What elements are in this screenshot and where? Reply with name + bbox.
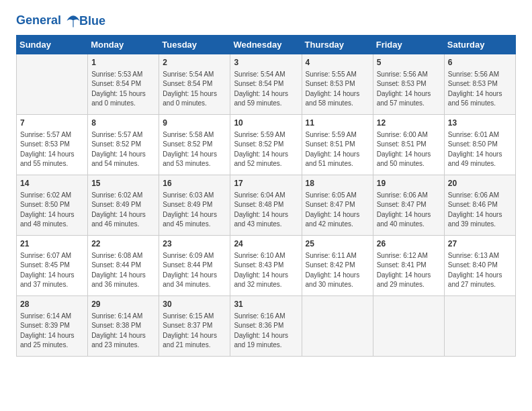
- calendar-cell: 15Sunrise: 6:02 AM Sunset: 8:49 PM Dayli…: [88, 175, 159, 236]
- day-info: Sunrise: 5:58 AM Sunset: 8:52 PM Dayligh…: [163, 130, 226, 169]
- day-info: Sunrise: 6:03 AM Sunset: 8:49 PM Dayligh…: [163, 191, 226, 230]
- day-info: Sunrise: 5:59 AM Sunset: 8:51 PM Dayligh…: [306, 130, 369, 169]
- day-info: Sunrise: 5:56 AM Sunset: 8:53 PM Dayligh…: [448, 70, 512, 109]
- day-info: Sunrise: 6:16 AM Sunset: 8:36 PM Dayligh…: [234, 312, 298, 351]
- day-number: 2: [163, 57, 226, 68]
- logo: General Blue: [16, 13, 105, 28]
- day-number: 30: [163, 299, 226, 310]
- calendar-cell: 26Sunrise: 6:12 AM Sunset: 8:41 PM Dayli…: [373, 236, 444, 296]
- calendar-cell: 17Sunrise: 6:04 AM Sunset: 8:48 PM Dayli…: [230, 175, 302, 236]
- calendar-cell: 28Sunrise: 6:14 AM Sunset: 8:39 PM Dayli…: [17, 296, 88, 357]
- calendar-week-row: 1Sunrise: 5:53 AM Sunset: 8:54 PM Daylig…: [17, 54, 516, 115]
- day-number: 11: [306, 118, 369, 129]
- day-number: 16: [163, 178, 226, 189]
- calendar-cell: 8Sunrise: 5:57 AM Sunset: 8:52 PM Daylig…: [88, 115, 159, 175]
- day-number: 1: [91, 57, 155, 68]
- calendar-cell: 18Sunrise: 6:05 AM Sunset: 8:47 PM Dayli…: [302, 175, 373, 236]
- calendar-cell: 10Sunrise: 5:59 AM Sunset: 8:52 PM Dayli…: [230, 115, 302, 175]
- calendar-cell: 16Sunrise: 6:03 AM Sunset: 8:49 PM Dayli…: [159, 175, 230, 236]
- day-info: Sunrise: 5:54 AM Sunset: 8:54 PM Dayligh…: [163, 70, 226, 109]
- day-info: Sunrise: 5:56 AM Sunset: 8:53 PM Dayligh…: [377, 70, 441, 109]
- calendar-cell: 3Sunrise: 5:54 AM Sunset: 8:54 PM Daylig…: [230, 54, 302, 115]
- day-info: Sunrise: 5:59 AM Sunset: 8:52 PM Dayligh…: [234, 130, 298, 169]
- day-info: Sunrise: 6:06 AM Sunset: 8:46 PM Dayligh…: [448, 191, 512, 230]
- weekday-header-friday: Friday: [373, 36, 444, 54]
- calendar-cell: 1Sunrise: 5:53 AM Sunset: 8:54 PM Daylig…: [88, 54, 159, 115]
- day-number: 29: [91, 299, 155, 310]
- calendar-cell: 29Sunrise: 6:14 AM Sunset: 8:38 PM Dayli…: [88, 296, 159, 357]
- day-number: 15: [91, 178, 155, 189]
- day-info: Sunrise: 6:00 AM Sunset: 8:51 PM Dayligh…: [377, 130, 441, 169]
- day-number: 5: [377, 57, 441, 68]
- day-info: Sunrise: 6:05 AM Sunset: 8:47 PM Dayligh…: [306, 191, 369, 230]
- weekday-header-wednesday: Wednesday: [230, 36, 302, 54]
- day-info: Sunrise: 6:14 AM Sunset: 8:39 PM Dayligh…: [20, 312, 84, 351]
- calendar-header-row: SundayMondayTuesdayWednesdayThursdayFrid…: [17, 36, 516, 54]
- calendar-cell: [17, 54, 88, 115]
- calendar-cell: [444, 296, 515, 357]
- day-number: 25: [306, 238, 369, 250]
- calendar-cell: 14Sunrise: 6:02 AM Sunset: 8:50 PM Dayli…: [17, 175, 88, 236]
- calendar-week-row: 14Sunrise: 6:02 AM Sunset: 8:50 PM Dayli…: [17, 175, 516, 236]
- day-number: 27: [448, 238, 512, 250]
- logo-general: General: [16, 13, 61, 27]
- weekday-header-sunday: Sunday: [17, 36, 88, 54]
- calendar-cell: 21Sunrise: 6:07 AM Sunset: 8:45 PM Dayli…: [17, 236, 88, 296]
- day-info: Sunrise: 6:15 AM Sunset: 8:37 PM Dayligh…: [163, 312, 226, 351]
- calendar-cell: 30Sunrise: 6:15 AM Sunset: 8:37 PM Dayli…: [159, 296, 230, 357]
- calendar-week-row: 28Sunrise: 6:14 AM Sunset: 8:39 PM Dayli…: [17, 296, 516, 357]
- day-info: Sunrise: 6:11 AM Sunset: 8:42 PM Dayligh…: [306, 251, 369, 290]
- day-number: 4: [306, 57, 369, 68]
- calendar-table: SundayMondayTuesdayWednesdayThursdayFrid…: [16, 35, 516, 357]
- day-number: 17: [234, 178, 298, 189]
- day-number: 14: [20, 178, 84, 189]
- calendar-cell: 23Sunrise: 6:09 AM Sunset: 8:44 PM Dayli…: [159, 236, 230, 296]
- logo-bird-icon: [66, 13, 81, 28]
- day-info: Sunrise: 6:01 AM Sunset: 8:50 PM Dayligh…: [448, 130, 512, 169]
- day-number: 10: [234, 118, 298, 129]
- calendar-cell: 7Sunrise: 5:57 AM Sunset: 8:53 PM Daylig…: [17, 115, 88, 175]
- day-number: 8: [91, 118, 155, 129]
- day-info: Sunrise: 6:02 AM Sunset: 8:49 PM Dayligh…: [91, 191, 155, 230]
- calendar-cell: 13Sunrise: 6:01 AM Sunset: 8:50 PM Dayli…: [444, 115, 515, 175]
- day-number: 21: [20, 238, 84, 250]
- page-header: General Blue: [16, 13, 516, 28]
- calendar-cell: 11Sunrise: 5:59 AM Sunset: 8:51 PM Dayli…: [302, 115, 373, 175]
- day-info: Sunrise: 6:08 AM Sunset: 8:44 PM Dayligh…: [91, 251, 155, 290]
- day-info: Sunrise: 5:55 AM Sunset: 8:53 PM Dayligh…: [306, 70, 369, 109]
- calendar-cell: 12Sunrise: 6:00 AM Sunset: 8:51 PM Dayli…: [373, 115, 444, 175]
- weekday-header-saturday: Saturday: [444, 36, 515, 54]
- calendar-cell: [302, 296, 373, 357]
- day-number: 22: [91, 238, 155, 250]
- day-info: Sunrise: 6:06 AM Sunset: 8:47 PM Dayligh…: [377, 191, 441, 230]
- day-number: 23: [163, 238, 226, 250]
- weekday-header-tuesday: Tuesday: [159, 36, 230, 54]
- calendar-cell: 2Sunrise: 5:54 AM Sunset: 8:54 PM Daylig…: [159, 54, 230, 115]
- calendar-week-row: 7Sunrise: 5:57 AM Sunset: 8:53 PM Daylig…: [17, 115, 516, 175]
- day-info: Sunrise: 6:12 AM Sunset: 8:41 PM Dayligh…: [377, 251, 441, 290]
- calendar-cell: 25Sunrise: 6:11 AM Sunset: 8:42 PM Dayli…: [302, 236, 373, 296]
- day-number: 6: [448, 57, 512, 68]
- day-number: 20: [448, 178, 512, 189]
- calendar-cell: 6Sunrise: 5:56 AM Sunset: 8:53 PM Daylig…: [444, 54, 515, 115]
- day-number: 7: [20, 118, 84, 129]
- day-info: Sunrise: 6:14 AM Sunset: 8:38 PM Dayligh…: [91, 312, 155, 351]
- day-info: Sunrise: 6:10 AM Sunset: 8:43 PM Dayligh…: [234, 251, 298, 290]
- day-number: 9: [163, 118, 226, 129]
- day-info: Sunrise: 5:57 AM Sunset: 8:53 PM Dayligh…: [20, 130, 84, 169]
- calendar-cell: 19Sunrise: 6:06 AM Sunset: 8:47 PM Dayli…: [373, 175, 444, 236]
- day-number: 31: [234, 299, 298, 310]
- day-number: 26: [377, 238, 441, 250]
- day-info: Sunrise: 6:07 AM Sunset: 8:45 PM Dayligh…: [20, 251, 84, 290]
- day-number: 3: [234, 57, 298, 68]
- day-info: Sunrise: 6:02 AM Sunset: 8:50 PM Dayligh…: [20, 191, 84, 230]
- day-number: 28: [20, 299, 84, 310]
- day-number: 12: [377, 118, 441, 129]
- logo-blue: Blue: [79, 14, 105, 28]
- calendar-cell: 9Sunrise: 5:58 AM Sunset: 8:52 PM Daylig…: [159, 115, 230, 175]
- day-info: Sunrise: 5:57 AM Sunset: 8:52 PM Dayligh…: [91, 130, 155, 169]
- day-info: Sunrise: 6:09 AM Sunset: 8:44 PM Dayligh…: [163, 251, 226, 290]
- day-number: 24: [234, 238, 298, 250]
- weekday-header-monday: Monday: [88, 36, 159, 54]
- day-number: 13: [448, 118, 512, 129]
